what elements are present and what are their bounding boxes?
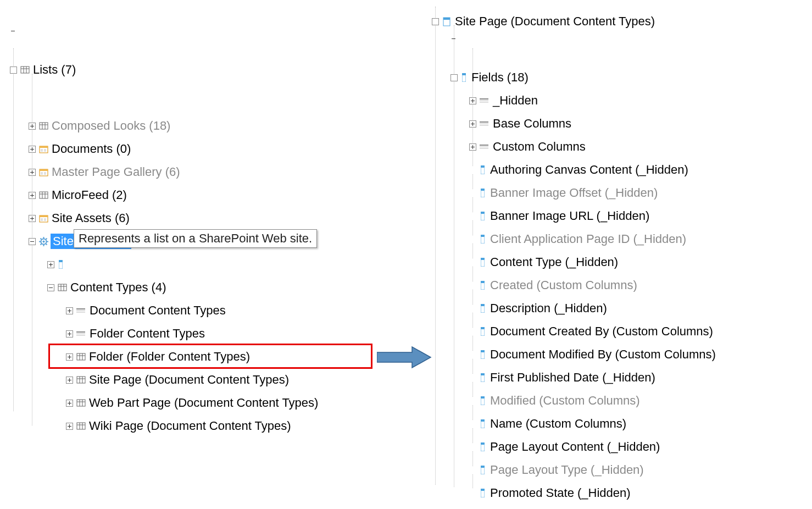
- tree-label: Promoted State (_Hidden): [489, 486, 632, 500]
- expand-icon[interactable]: [66, 400, 73, 407]
- tree-label: Fields (18): [470, 70, 530, 85]
- expand-icon[interactable]: [47, 261, 54, 268]
- tree-node-field-12[interactable]: Page Layout Content (_Hidden): [431, 435, 662, 458]
- tree-label: Created (Custom Columns): [489, 278, 638, 292]
- tree-node-field-6[interactable]: Description (_Hidden): [431, 297, 609, 320]
- expand-icon[interactable]: [29, 192, 36, 199]
- tree-node-field-11[interactable]: Name (Custom Columns): [431, 412, 629, 435]
- svg-marker-28: [377, 347, 431, 368]
- tree-node-ct-3[interactable]: Site Page (Document Content Types): [9, 368, 291, 391]
- tree-node-group-1[interactable]: Base Columns: [431, 112, 574, 135]
- tree-node-ct-5[interactable]: Wiki Page (Document Content Types): [9, 414, 293, 438]
- tree-node-ct-2[interactable]: Folder (Folder Content Types): [9, 345, 252, 368]
- tree-label: Banner Image URL (_Hidden): [489, 209, 650, 223]
- tree-node-field-8[interactable]: Document Modified By (Custom Columns): [431, 343, 718, 366]
- field-icon: [481, 165, 485, 174]
- tree-node-list-0[interactable]: Composed Looks (18): [9, 114, 173, 137]
- field-icon: [481, 442, 485, 451]
- expand-icon[interactable]: [469, 97, 476, 104]
- tree-node-field-0[interactable]: Authoring Canvas Content (_Hidden): [431, 158, 691, 181]
- tree-node-list-4[interactable]: Site Assets (6): [9, 207, 132, 230]
- tooltip-text: Represents a list on a SharePoint Web si…: [79, 231, 312, 245]
- expand-icon[interactable]: [29, 146, 36, 153]
- tree-label: Web Part Page (Document Content Types): [88, 396, 319, 410]
- expand-icon[interactable]: [66, 377, 73, 384]
- expand-icon[interactable]: [469, 120, 476, 128]
- tree-node-collapsed[interactable]: [9, 253, 70, 276]
- collapse-icon[interactable]: [29, 238, 36, 245]
- field-icon: [481, 466, 485, 474]
- tree-node-field-13[interactable]: Page Layout Type (_Hidden): [431, 458, 646, 482]
- group-icon: [480, 121, 488, 126]
- collapse-icon[interactable]: [451, 74, 458, 81]
- tree-node-field-2[interactable]: Banner Image URL (_Hidden): [431, 204, 652, 228]
- tree-label: Master Page Gallery (6): [51, 165, 181, 179]
- right-tree: Site Page (Document Content Types) Field…: [431, 10, 718, 509]
- field-icon: [481, 304, 485, 313]
- tree-node-lists[interactable]: Lists (7): [9, 58, 78, 81]
- tree-label: _Hidden: [492, 93, 539, 108]
- tree-node-field-10[interactable]: Modified (Custom Columns): [431, 389, 642, 412]
- field-icon: [481, 327, 485, 336]
- tree-node-group-0[interactable]: _Hidden: [431, 89, 540, 112]
- field-icon: [481, 189, 485, 197]
- library-icon: [39, 145, 48, 154]
- tree-node-content-types[interactable]: Content Types (4): [9, 276, 168, 299]
- grid-icon: [58, 283, 67, 292]
- field-icon: [481, 396, 485, 405]
- tree-label: Site Page (Document Content Types): [454, 14, 656, 29]
- right-tree-pane: Site Page (Document Content Types) Field…: [431, 10, 718, 509]
- tree-node-ct-4[interactable]: Web Part Page (Document Content Types): [9, 391, 320, 414]
- tree-label: Authoring Canvas Content (_Hidden): [489, 163, 689, 177]
- expand-icon[interactable]: [66, 307, 73, 314]
- field-icon: [481, 350, 485, 359]
- tree-label: Modified (Custom Columns): [489, 394, 641, 408]
- field-icon: [481, 489, 485, 497]
- tree-label: Base Columns: [492, 117, 572, 131]
- tree-label: First Published Date (_Hidden): [489, 370, 657, 385]
- expand-icon[interactable]: [66, 423, 73, 430]
- tree-node-group-2[interactable]: Custom Columns: [431, 135, 588, 158]
- field-icon: [59, 260, 63, 269]
- tree-node-list-3[interactable]: MicroFeed (2): [9, 184, 129, 207]
- tree-node-field-1[interactable]: Banner Image Offset (_Hidden): [431, 181, 660, 204]
- tree-node-fields[interactable]: Fields (18): [431, 66, 531, 89]
- gear-icon: [39, 237, 48, 246]
- tree-node-field-7[interactable]: Document Created By (Custom Columns): [431, 320, 715, 343]
- expand-icon[interactable]: [66, 353, 73, 361]
- field-icon: [481, 419, 485, 428]
- tree-node-field-5[interactable]: Created (Custom Columns): [431, 274, 639, 297]
- expand-icon[interactable]: [66, 330, 73, 338]
- tree-node-field-14[interactable]: Promoted State (_Hidden): [431, 482, 633, 505]
- expand-icon[interactable]: [29, 215, 36, 222]
- grid-icon: [76, 399, 86, 408]
- tree-node-field-3[interactable]: Client Application Page ID (_Hidden): [431, 228, 688, 251]
- tree-node-ct-1[interactable]: Folder Content Types: [9, 322, 207, 345]
- tree-node-field-9[interactable]: First Published Date (_Hidden): [431, 366, 658, 389]
- expand-icon[interactable]: [29, 123, 36, 130]
- page-icon: [442, 17, 452, 26]
- grid-icon: [76, 422, 86, 431]
- tree-node-site-page[interactable]: Site Page (Document Content Types): [431, 10, 657, 33]
- collapse-icon[interactable]: [47, 284, 54, 291]
- tree-node-list-1[interactable]: Documents (0): [9, 137, 133, 161]
- left-tree: Lists (7) Composed Looks (18)Documents (…: [9, 58, 320, 438]
- expand-icon[interactable]: [469, 143, 476, 151]
- tree-node-field-15[interactable]: Select (Custom Columns): [431, 505, 630, 509]
- field-icon: [481, 373, 485, 382]
- expand-icon[interactable]: [29, 169, 36, 176]
- tree-node-field-4[interactable]: Content Type (_Hidden): [431, 251, 620, 274]
- tree-label: Wiki Page (Document Content Types): [88, 419, 292, 433]
- grid-icon: [76, 352, 86, 362]
- left-tree-pane: Lists (7) Composed Looks (18)Documents (…: [9, 58, 320, 438]
- tree-node-list-2[interactable]: Master Page Gallery (6): [9, 161, 182, 184]
- tree-label: Client Application Page ID (_Hidden): [489, 232, 687, 246]
- collapse-icon[interactable]: [432, 18, 439, 25]
- tree-label: Folder (Folder Content Types): [88, 350, 251, 364]
- tree-label: Name (Custom Columns): [489, 417, 627, 431]
- collapse-icon[interactable]: [10, 67, 17, 74]
- grid-icon: [39, 121, 48, 131]
- tooltip: Represents a list on a SharePoint Web si…: [74, 229, 317, 248]
- tree-node-ct-0[interactable]: Document Content Types: [9, 299, 228, 322]
- tree-label: Site Assets (6): [51, 211, 131, 225]
